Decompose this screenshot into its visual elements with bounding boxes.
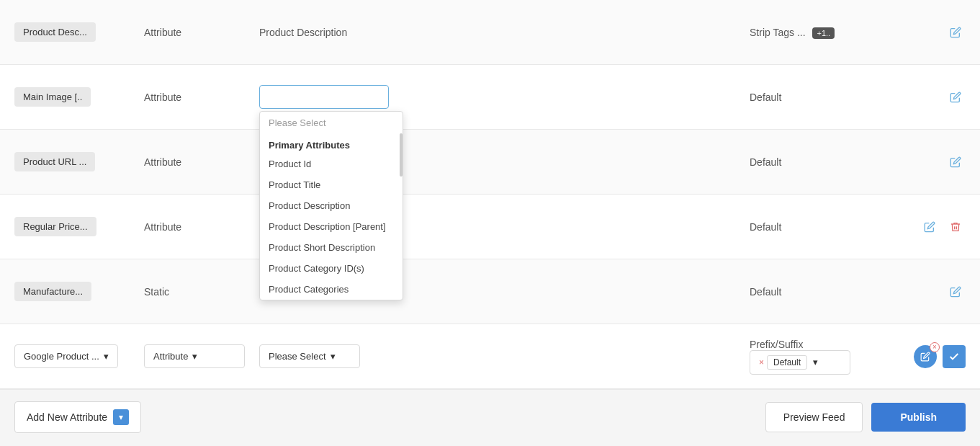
main-content: Product Desc... Attribute Product Descri… xyxy=(0,0,980,446)
edit-button-product-url[interactable] xyxy=(945,152,966,172)
col-value-product-desc: Product Description xyxy=(259,27,750,38)
scrollbar-thumb xyxy=(400,133,403,177)
save-button[interactable] xyxy=(943,345,966,368)
modifier-tag-container: × Default ▾ xyxy=(750,350,850,375)
col-modifier-google-product: Prefix/Suffix × Default ▾ xyxy=(750,339,894,375)
col-name-product-desc: Product Desc... xyxy=(14,22,144,42)
delete-button-regular-price[interactable] xyxy=(945,217,966,237)
preview-feed-button[interactable]: Preview Feed xyxy=(765,402,863,432)
col-type-product-desc: Attribute xyxy=(144,27,259,38)
col-name-manufacturer: Manufacture... xyxy=(14,282,144,301)
col-actions-product-desc xyxy=(894,22,966,43)
dropdown-item-4[interactable]: Product Short Description xyxy=(260,237,403,258)
dropdown-item-6[interactable]: Product Categories xyxy=(260,279,403,300)
edit-button-manufacturer[interactable] xyxy=(945,282,966,302)
row-main-image: Main Image [.. Attribute Please Select P… xyxy=(0,65,980,130)
edit-button-main-image[interactable] xyxy=(945,87,966,107)
col-actions-product-url xyxy=(894,152,966,172)
row-google-product: Google Product ... ▾ Attribute ▾ Please … xyxy=(0,324,980,389)
google-product-value-label: Please Select xyxy=(269,351,326,362)
col-modifier-manufacturer: Default xyxy=(750,286,894,298)
col-value-google-product: Please Select ▾ xyxy=(259,344,750,368)
name-badge-main-image: Main Image [.. xyxy=(14,87,91,107)
row-product-url: Product URL ... Attribute Default xyxy=(0,130,980,195)
dropdown-placeholder[interactable]: Please Select xyxy=(260,112,403,134)
col-type-product-url: Attribute xyxy=(144,156,259,168)
modifier-tag-label: Default xyxy=(773,357,801,367)
name-badge-manufacturer: Manufacture... xyxy=(14,282,91,301)
publish-label: Publish xyxy=(900,411,937,423)
col-modifier-product-desc: Strip Tags ... +1.. xyxy=(750,27,894,38)
google-product-type-label: Attribute xyxy=(153,351,188,362)
dropdown-item-1[interactable]: Product Title xyxy=(260,174,403,195)
attribute-dropdown-popup: Please Select Primary Attributes Product… xyxy=(259,111,403,300)
modifier-label: Prefix/Suffix xyxy=(750,339,803,350)
col-actions-google-product: × xyxy=(894,345,966,368)
row-product-desc: Product Desc... Attribute Product Descri… xyxy=(0,0,980,65)
google-product-type-chevron: ▾ xyxy=(192,351,197,362)
col-value-main-image: Please Select Primary Attributes Product… xyxy=(259,85,750,109)
google-product-value-chevron: ▾ xyxy=(331,351,336,362)
col-modifier-regular-price: Default xyxy=(750,221,894,233)
col-type-regular-price: Attribute xyxy=(144,221,259,233)
col-actions-manufacturer xyxy=(894,282,966,302)
edit-confirm-button[interactable]: × xyxy=(914,345,937,368)
cancel-badge[interactable]: × xyxy=(930,342,940,352)
col-name-google-product: Google Product ... ▾ xyxy=(14,344,144,368)
col-name-main-image: Main Image [.. xyxy=(14,87,144,107)
edit-button-regular-price[interactable] xyxy=(920,217,940,237)
google-product-name-label: Google Product ... xyxy=(24,351,99,362)
name-badge-regular-price: Regular Price... xyxy=(14,217,96,236)
modifier-badge-product-desc: +1.. xyxy=(812,27,835,39)
col-actions-main-image xyxy=(894,87,966,107)
col-modifier-main-image: Default xyxy=(750,92,894,103)
col-type-google-product: Attribute ▾ xyxy=(144,344,259,368)
dropdown-group-primary: Primary Attributes xyxy=(260,134,403,153)
footer: Add New Attribute ▾ Preview Feed Publish xyxy=(0,389,980,445)
col-type-main-image: Attribute xyxy=(144,92,259,103)
modifier-tag: Default xyxy=(767,355,807,370)
dropdown-item-0[interactable]: Product Id xyxy=(260,153,403,174)
attribute-dropdown-list: Please Select Primary Attributes Product… xyxy=(260,112,403,300)
preview-feed-label: Preview Feed xyxy=(783,411,845,423)
dropdown-item-3[interactable]: Product Description [Parent] xyxy=(260,216,403,237)
col-type-manufacturer: Static xyxy=(144,286,259,298)
footer-right: Preview Feed Publish xyxy=(765,402,966,432)
name-badge-product-desc: Product Desc... xyxy=(14,22,96,42)
col-actions-regular-price xyxy=(894,217,966,237)
tag-close-btn[interactable]: × xyxy=(759,357,764,367)
col-name-product-url: Product URL ... xyxy=(14,152,144,171)
edit-button-product-desc[interactable] xyxy=(945,22,966,43)
publish-button[interactable]: Publish xyxy=(871,403,966,432)
row-manufacturer: Manufacture... Static Default xyxy=(0,259,980,324)
add-new-attribute-button[interactable]: Add New Attribute ▾ xyxy=(14,401,141,433)
name-badge-product-url: Product URL ... xyxy=(14,152,95,171)
google-product-name-dropdown[interactable]: Google Product ... ▾ xyxy=(14,344,118,368)
dropdown-item-5[interactable]: Product Category ID(s) xyxy=(260,258,403,279)
google-product-value-dropdown[interactable]: Please Select ▾ xyxy=(259,344,360,368)
attribute-search-input[interactable] xyxy=(259,85,389,109)
attribute-dropdown-wrapper: Please Select Primary Attributes Product… xyxy=(259,85,389,109)
dropdown-item-2[interactable]: Product Description xyxy=(260,195,403,216)
google-product-name-chevron: ▾ xyxy=(104,351,109,362)
add-new-attribute-label: Add New Attribute xyxy=(27,411,107,423)
modifier-tag-chevron: ▾ xyxy=(813,357,818,367)
google-product-type-dropdown[interactable]: Attribute ▾ xyxy=(144,344,245,368)
col-modifier-product-url: Default xyxy=(750,156,894,168)
row-regular-price: Regular Price... Attribute Default xyxy=(0,195,980,259)
add-new-attribute-chevron: ▾ xyxy=(113,409,129,425)
col-name-regular-price: Regular Price... xyxy=(14,217,144,236)
